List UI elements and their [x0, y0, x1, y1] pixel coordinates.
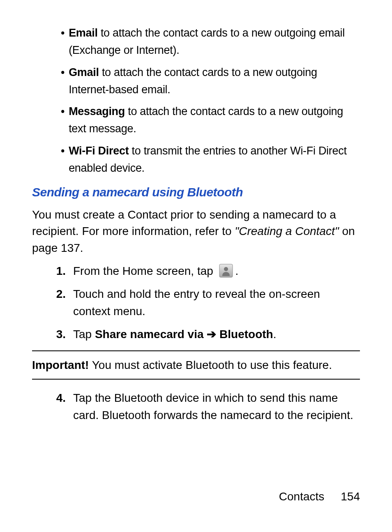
section-heading: Sending a namecard using Bluetooth: [32, 185, 360, 199]
bullet-marker: •: [61, 64, 65, 99]
step-2: 2. Touch and hold the entry to reveal th…: [44, 286, 360, 320]
step-text: Tap the Bluetooth device in which to sen…: [73, 389, 360, 424]
step-3-bold1: Share namecard via: [95, 328, 207, 341]
divider-bottom: [32, 379, 360, 380]
bullet-body: to attach the contact cards to a new out…: [69, 66, 317, 96]
bullet-marker: •: [61, 103, 65, 138]
bullet-marker: •: [61, 25, 65, 59]
bullet-text: Messaging to attach the contact cards to…: [69, 103, 360, 138]
footer-page: 154: [341, 490, 360, 503]
arrow-icon: ➔: [207, 328, 216, 341]
bullet-item-email: • Email to attach the contact cards to a…: [61, 25, 360, 59]
step-text: Tap Share namecard via ➔ Bluetooth.: [73, 326, 360, 343]
bullet-item-gmail: • Gmail to attach the contact cards to a…: [61, 64, 360, 99]
step-3-end: .: [273, 328, 277, 341]
bullet-item-wifi-direct: • Wi-Fi Direct to transmit the entries t…: [61, 143, 360, 177]
important-note: Important! You must activate Bluetooth t…: [32, 357, 360, 373]
footer-section: Contacts: [279, 490, 325, 503]
step-text: Touch and hold the entry to reveal the o…: [73, 286, 360, 320]
intro-paragraph: You must create a Contact prior to sendi…: [32, 207, 360, 257]
step-number: 3.: [44, 326, 66, 343]
bullet-text: Gmail to attach the contact cards to a n…: [69, 64, 360, 99]
bullet-body: to attach the contact cards to a new out…: [69, 27, 345, 56]
page-footer: Contacts154: [279, 490, 360, 503]
important-text: You must activate Bluetooth to use this …: [89, 359, 332, 371]
bullet-label: Gmail: [69, 66, 99, 78]
step-1-post: .: [235, 265, 239, 277]
bullet-item-messaging: • Messaging to attach the contact cards …: [61, 103, 360, 138]
contacts-icon: [219, 264, 233, 278]
step-number: 4.: [44, 389, 66, 424]
step-1-pre: From the Home screen, tap: [73, 265, 217, 277]
step-3-tap: Tap: [73, 328, 95, 341]
step-3-bold2: Bluetooth: [216, 328, 273, 341]
bullet-label: Wi-Fi Direct: [69, 145, 129, 157]
numbered-list: 1. From the Home screen, tap . 2. Touch …: [44, 263, 360, 343]
divider-top: [32, 350, 360, 351]
step-number: 2.: [44, 286, 66, 320]
bullet-label: Email: [69, 27, 98, 39]
numbered-list-cont: 4. Tap the Bluetooth device in which to …: [44, 389, 360, 424]
bullet-text: Wi-Fi Direct to transmit the entries to …: [69, 143, 360, 177]
bullet-label: Messaging: [69, 105, 125, 117]
step-number: 1.: [44, 263, 66, 280]
svg-point-1: [224, 267, 228, 271]
step-text: From the Home screen, tap .: [73, 263, 360, 280]
step-4: 4. Tap the Bluetooth device in which to …: [44, 389, 360, 424]
step-1: 1. From the Home screen, tap .: [44, 263, 360, 280]
intro-ref: "Creating a Contact": [235, 225, 339, 237]
important-label: Important!: [32, 359, 89, 371]
bullet-list: • Email to attach the contact cards to a…: [61, 25, 360, 177]
bullet-text: Email to attach the contact cards to a n…: [69, 25, 360, 59]
step-3: 3. Tap Share namecard via ➔ Bluetooth.: [44, 326, 360, 343]
bullet-marker: •: [61, 143, 65, 177]
